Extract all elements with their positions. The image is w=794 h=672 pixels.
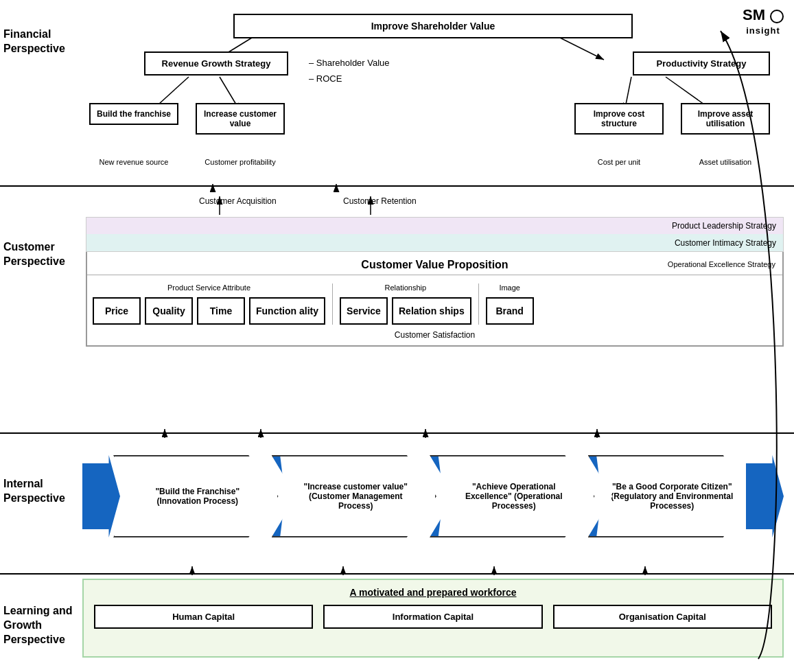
cvp-body: Product Service Attribute Price Quality …	[87, 275, 782, 338]
internal-item2-text: "Increase customer value" (Customer Mana…	[294, 482, 419, 511]
sv-text-block: – Shareholder Value – ROCE	[309, 55, 390, 87]
rel-group: Relationship Service Relation ships	[333, 283, 479, 325]
cis-text: Customer Intimacy Strategy	[675, 238, 776, 248]
sv-line1: – Shareholder Value	[309, 55, 390, 71]
au-label: Asset utilisation	[681, 158, 770, 166]
customer-label: CustomerPerspective	[3, 240, 75, 269]
btf-text: Build the franchise	[97, 109, 171, 119]
quality-box: Quality	[145, 297, 193, 325]
iau-box: Improve asset utilisation	[681, 103, 770, 135]
internal-item3-text: "Achieve Operational Excellence" (Operat…	[452, 482, 576, 511]
rgs-text: Revenue Growth Strategy	[162, 58, 271, 69]
cpu-label: Cost per unit	[574, 158, 664, 166]
internal-item4-text: "Be a Good Corporate Citizen" (Regulator…	[610, 482, 735, 511]
rel-label: Relationship	[385, 283, 427, 292]
learning-label: Learning andGrowthPerspective	[3, 604, 75, 647]
internal-arrow-1: "Build the Franchise" (Innovation Proces…	[113, 455, 279, 537]
service-box: Service	[340, 297, 388, 325]
learning-section: A motivated and prepared workforce Human…	[82, 579, 784, 661]
financial-section: Improve Shareholder Value Revenue Growth…	[82, 10, 784, 185]
icv-text: Increase customer value	[204, 109, 277, 128]
divider-financial-customer	[0, 185, 794, 187]
psa-group: Product Service Attribute Price Quality …	[93, 283, 333, 325]
human-capital-box: Human Capital	[94, 605, 313, 629]
relationships-box: Relation ships	[392, 297, 471, 325]
ics-text: Improve cost structure	[594, 109, 645, 128]
ca-cr-arrows	[82, 191, 784, 218]
ps-box: Productivity Strategy	[633, 51, 770, 76]
arrows-row: "Build the Franchise" (Innovation Proces…	[82, 438, 784, 555]
icv-box: Increase customer value	[196, 103, 285, 135]
time-box: Time	[197, 297, 245, 325]
price-box: Price	[93, 297, 141, 325]
brand-box: Brand	[486, 297, 534, 325]
ps-text: Productivity Strategy	[657, 58, 747, 69]
img-items: Brand	[486, 297, 534, 325]
main-container: SM insight FinancialPerspective Customer…	[0, 0, 794, 672]
divider-customer-internal	[0, 432, 794, 434]
oes-outer: Customer Value Proposition Operational E…	[86, 252, 784, 347]
cvp-text: Customer Value Proposition	[361, 259, 508, 270]
customer-section: Customer Acquisition Customer Retention …	[82, 191, 784, 428]
information-capital-box: Information Capital	[323, 605, 542, 629]
nrs-label: New revenue source	[89, 158, 178, 166]
cr-label: Customer Retention	[343, 196, 417, 206]
workforce-text: A motivated and prepared workforce	[94, 587, 772, 598]
isv-box: Improve Shareholder Value	[233, 14, 633, 38]
btf-box: Build the franchise	[89, 103, 178, 125]
sv-line2: – ROCE	[309, 71, 390, 86]
internal-arrow-2: "Increase customer value" (Customer Mana…	[272, 455, 437, 537]
functionality-box: Function ality	[249, 297, 325, 325]
ca-label: Customer Acquisition	[199, 196, 277, 206]
cvp-header: Customer Value Proposition Operational E…	[87, 252, 782, 275]
oes-label: Operational Excellence Strategy	[668, 260, 775, 268]
blue-arrow-right	[746, 455, 784, 537]
capital-boxes: Human Capital Information Capital Organi…	[94, 605, 772, 629]
psa-items: Price Quality Time Function ality	[93, 297, 325, 325]
img-label: Image	[499, 283, 520, 292]
organisation-capital-box: Organisation Capital	[553, 605, 772, 629]
rel-items: Service Relation ships	[340, 297, 471, 325]
ics-box: Improve cost structure	[574, 103, 664, 135]
internal-arrow-3: "Achieve Operational Excellence" (Operat…	[430, 455, 595, 537]
rgs-box: Revenue Growth Strategy	[144, 51, 288, 76]
internal-arrow-4: "Be a Good Corporate Citizen" (Regulator…	[588, 455, 754, 537]
pls-text: Product Leadership Strategy	[672, 221, 776, 231]
divider-internal-learning	[0, 573, 794, 575]
isv-text: Improve Shareholder Value	[371, 21, 495, 32]
pls-box: Product Leadership Strategy	[86, 217, 784, 235]
cis-box: Customer Intimacy Strategy	[86, 234, 784, 252]
internal-item1-text: "Build the Franchise" (Innovation Proces…	[135, 487, 260, 506]
internal-section: "Build the Franchise" (Innovation Proces…	[82, 438, 784, 568]
cp-label: Customer profitability	[196, 158, 285, 166]
strategy-stack: Product Leadership Strategy Customer Int…	[86, 217, 784, 347]
cust-sat-arrows	[86, 404, 787, 424]
psa-label: Product Service Attribute	[167, 283, 250, 292]
img-group: Image Brand	[479, 283, 534, 325]
iau-text: Improve asset utilisation	[698, 109, 754, 128]
internal-label: InternalPerspective	[3, 477, 75, 506]
financial-label: FinancialPerspective	[3, 27, 75, 56]
cust-sat-label: Customer Satisfaction	[395, 330, 475, 340]
blue-arrow-left	[82, 455, 120, 537]
lg-outer: A motivated and prepared workforce Human…	[82, 579, 784, 658]
